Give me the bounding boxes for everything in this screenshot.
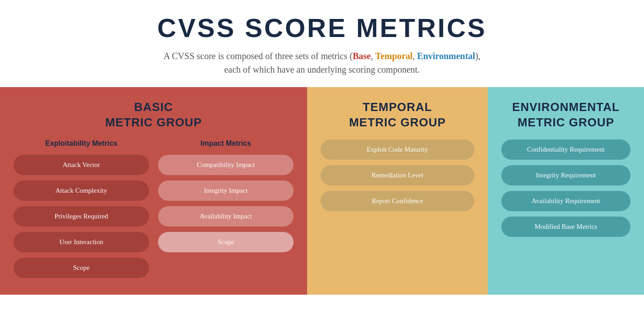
pill-scope-exploit: Scope (14, 258, 149, 278)
pill-scope-impact: Scope (158, 232, 294, 252)
impact-label: Impact Metrics (201, 139, 251, 148)
temporal-title: TEMPORAL METRIC GROUP (349, 100, 446, 130)
pill-integrity-impact: Integrity Impact (158, 181, 294, 201)
base-keyword: Base (353, 51, 371, 61)
basic-title: BASIC METRIC GROUP (105, 100, 202, 130)
page-title: CVSS SCORE METRICS (18, 13, 626, 43)
environmental-column: ENVIRONMENTAL METRIC GROUP Confidentiali… (488, 87, 644, 295)
temporal-column: TEMPORAL METRIC GROUP Exploit Code Matur… (307, 87, 488, 295)
pill-confidentiality-requirement: Confidentiality Requirement (501, 139, 630, 160)
pill-availability-impact: Availability Impact (158, 206, 294, 227)
basic-inner: Exploitability Metrics Attack Vector Att… (14, 139, 294, 283)
subtitle-line2: each of which have an underlying scoring… (224, 65, 420, 74)
environmental-keyword: Environmental (417, 51, 476, 61)
pill-availability-requirement: Availability Requirement (501, 191, 630, 211)
environmental-pills: Confidentiality Requirement Integrity Re… (501, 139, 630, 242)
pill-remediation-level: Remediation Level (321, 165, 474, 185)
pill-report-confidence: Report Confidence (321, 191, 474, 211)
pill-privileges-required: Privileges Required (14, 206, 149, 227)
temporal-pills: Exploit Code Maturity Remediation Level … (321, 139, 474, 217)
suffix: ), (475, 51, 481, 61)
header-section: CVSS SCORE METRICS A CVSS score is compo… (0, 0, 644, 87)
pill-attack-vector: Attack Vector (14, 155, 149, 175)
exploitability-label: Exploitability Metrics (45, 139, 117, 148)
comma1: , (371, 51, 375, 61)
subtitle-prefix: A CVSS score is composed of three sets o… (163, 51, 353, 61)
columns-container: BASIC METRIC GROUP Exploitability Metric… (0, 87, 644, 295)
environmental-title: ENVIRONMENTAL METRIC GROUP (512, 100, 620, 130)
impact-col: Impact Metrics Compatibility Impact Inte… (158, 139, 294, 283)
basic-column: BASIC METRIC GROUP Exploitability Metric… (0, 87, 307, 295)
pill-modified-base-metrics: Modified Base Metrics (501, 217, 630, 237)
temporal-keyword: Temporal (375, 51, 413, 61)
pill-compatibility-impact: Compatibility Impact (158, 155, 294, 175)
pill-exploit-code-maturity: Exploit Code Maturity (321, 139, 474, 160)
comma2: , (413, 51, 417, 61)
pill-attack-complexity: Attack Complexity (14, 181, 149, 201)
exploitability-col: Exploitability Metrics Attack Vector Att… (14, 139, 149, 283)
pill-user-interaction: User Interaction (14, 232, 149, 252)
pill-integrity-requirement: Integrity Requirement (501, 165, 630, 185)
subtitle: A CVSS score is composed of three sets o… (18, 49, 626, 76)
